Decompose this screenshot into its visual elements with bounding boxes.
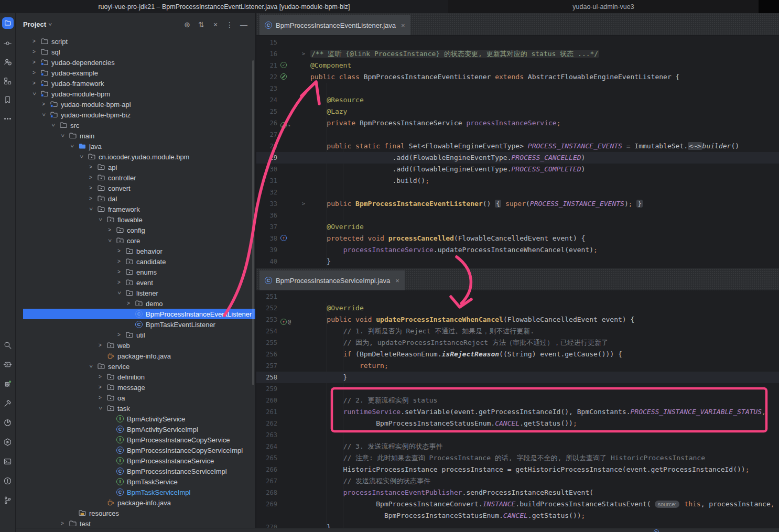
- tree-item-package-info-java[interactable]: package-info.java: [16, 351, 255, 361]
- chevron-icon[interactable]: >: [96, 382, 104, 393]
- structure-icon[interactable]: [3, 76, 13, 85]
- code-line-21[interactable]: 21✓@Component: [256, 60, 779, 71]
- spring-bean-icon[interactable]: [280, 73, 287, 80]
- chevron-icon[interactable]: >: [95, 216, 105, 223]
- code-line-256[interactable]: 256 if (BpmDeleteReasonEnum.isRejectReas…: [256, 349, 779, 360]
- code-line-261[interactable]: 261 runtimeService.setVariable(event.get…: [256, 406, 779, 418]
- terminal-icon[interactable]: [3, 457, 13, 466]
- close-icon[interactable]: ×: [395, 277, 399, 285]
- debug-icon[interactable]: [3, 379, 13, 388]
- code-line-36[interactable]: 36: [256, 210, 779, 221]
- tree-item-config[interactable]: >config: [16, 225, 255, 235]
- code-line-37[interactable]: 37 @Override: [256, 221, 779, 233]
- overrides-method-icon[interactable]: ↑: [280, 235, 287, 241]
- tree-item-yudao-module-bpm[interactable]: >yudao-module-bpm: [16, 89, 255, 99]
- code-line-254[interactable]: 254 // 1. 判断是否为 Reject 不通过。如果是，则不进行更新.: [256, 325, 779, 337]
- pull-requests-icon[interactable]: ?: [3, 57, 13, 67]
- code-line-263[interactable]: 263: [256, 429, 779, 441]
- tree-item-bpmprocessinstancecopyserviceimpl[interactable]: CBpmProcessInstanceCopyServiceImpl: [16, 445, 255, 455]
- code-line-30[interactable]: 30 .add(FlowableEngineEventType.PROCESS_…: [256, 164, 779, 175]
- tree-item-bpmprocessinstanceserviceimpl[interactable]: CBpmProcessInstanceServiceImpl: [16, 466, 255, 476]
- tree-item-bpmprocessinstanceservice[interactable]: IBpmProcessInstanceService: [16, 455, 255, 466]
- run-icon[interactable]: [3, 360, 13, 369]
- code-line-267[interactable]: 267 // 发送流程实例的状态事件: [256, 475, 779, 487]
- chevron-icon[interactable]: >: [106, 225, 113, 235]
- fold-marker-icon[interactable]: >: [302, 198, 305, 210]
- tree-item-script[interactable]: >script: [16, 36, 255, 47]
- project-scrollbar[interactable]: [252, 60, 254, 385]
- search-icon[interactable]: [3, 340, 13, 350]
- chevron-icon[interactable]: >: [76, 153, 86, 160]
- chevron-icon[interactable]: >: [115, 246, 123, 256]
- collapse-all-icon[interactable]: ×: [211, 20, 220, 29]
- tree-item-controller[interactable]: >controller: [16, 172, 255, 183]
- tree-item-dal[interactable]: >dal: [16, 193, 255, 204]
- chevron-icon[interactable]: >: [48, 122, 58, 129]
- chevron-icon[interactable]: >: [30, 68, 38, 78]
- tree-item-bpmtaskeventlistener[interactable]: CBpmTaskEventListener: [16, 319, 255, 330]
- code-line-268[interactable]: 268 processInstanceEventPublisher.sendPr…: [256, 487, 779, 498]
- tree-item-bpmprocessinstanceeventlistener[interactable]: CBpmProcessInstanceEventListener: [16, 309, 255, 319]
- spring-bean-check-icon[interactable]: ✓: [280, 62, 287, 68]
- code-line-23[interactable]: 23: [256, 83, 779, 94]
- fold-marker-icon[interactable]: >: [302, 48, 305, 60]
- chevron-icon[interactable]: >: [87, 193, 94, 204]
- code-line-24[interactable]: 24 @Resource: [256, 94, 779, 106]
- version-control-icon[interactable]: [3, 495, 13, 505]
- tree-item-bpmtaskserviceimpl[interactable]: CBpmTaskServiceImpl: [16, 487, 255, 497]
- code-line-31[interactable]: 31 .build();: [256, 175, 779, 187]
- chevron-icon[interactable]: >: [115, 267, 123, 277]
- tree-item-web[interactable]: >web: [16, 340, 255, 351]
- tree-item-yudao-example[interactable]: >yudao-example: [16, 68, 255, 78]
- code-line-262[interactable]: 262 BpmProcessInstanceStatusEnum.CANCEL.…: [256, 418, 779, 429]
- tree-item-yudao-dependencies[interactable]: >yudao-dependencies: [16, 57, 255, 68]
- tree-item-util[interactable]: >util: [16, 330, 255, 340]
- chevron-icon[interactable]: >: [114, 289, 124, 297]
- chevron-icon[interactable]: >: [87, 162, 94, 172]
- tree-item-bpmtaskservice[interactable]: IBpmTaskService: [16, 476, 255, 487]
- tab-bpmprocessinstanceserviceimpl[interactable]: C BpmProcessInstanceServiceImpl.java ×: [259, 270, 405, 290]
- code-line-258[interactable]: 258 }: [256, 372, 779, 383]
- commit-icon[interactable]: [3, 38, 13, 48]
- tree-item-flowable[interactable]: >flowable: [16, 214, 255, 225]
- code-line-22[interactable]: 22public class BpmProcessInstanceEventLi…: [256, 71, 779, 83]
- code-line-251[interactable]: 251: [256, 291, 779, 302]
- chevron-icon[interactable]: >: [30, 47, 38, 57]
- tree-item-test[interactable]: >test: [16, 518, 255, 528]
- code-line-266[interactable]: 266 HistoricProcessInstance processInsta…: [256, 464, 779, 475]
- code-line-269[interactable]: 269 BpmProcessInstanceConvert.INSTANCE.b…: [256, 498, 779, 510]
- code-line-265[interactable]: 265 // 注意: 此时如果去查询 ProcessInstance 的话, 字…: [256, 452, 779, 464]
- chevron-icon[interactable]: >: [115, 256, 123, 267]
- tree-item-task[interactable]: >task: [16, 403, 255, 414]
- chevron-icon[interactable]: >: [40, 99, 47, 110]
- tree-item-framework[interactable]: >framework: [16, 204, 255, 214]
- tree-item-java[interactable]: >java: [16, 141, 255, 151]
- code-line-38[interactable]: 38↑ protected void processCancelled(Flow…: [256, 233, 779, 244]
- tree-item-package-info-java[interactable]: package-info.java: [16, 497, 255, 508]
- tree-item-event[interactable]: >event: [16, 277, 255, 288]
- chevron-icon[interactable]: >: [29, 90, 39, 97]
- code-line-28[interactable]: 28 public static final Set<FlowableEngin…: [256, 140, 779, 152]
- chevron-icon[interactable]: >: [115, 277, 123, 288]
- tree-item-yudao-framework[interactable]: >yudao-framework: [16, 78, 255, 89]
- project-panel-title[interactable]: Project: [23, 20, 46, 28]
- tree-item-behavior[interactable]: >behavior: [16, 246, 255, 256]
- chevron-icon[interactable]: >: [85, 363, 96, 370]
- code-line-27[interactable]: 27: [256, 129, 779, 140]
- chevron-icon[interactable]: >: [85, 205, 96, 213]
- chevron-icon[interactable]: >: [57, 132, 68, 139]
- code-line-253[interactable]: 253↑@ public void updateProcessInstanceW…: [256, 314, 779, 325]
- tree-item-core[interactable]: >core: [16, 235, 255, 246]
- tree-item-yudao-module-bpm-biz[interactable]: >yudao-module-bpm-biz: [16, 110, 255, 120]
- locate-file-icon[interactable]: ⊕: [183, 20, 191, 29]
- close-icon[interactable]: ×: [401, 21, 405, 29]
- tree-item-src[interactable]: >src: [16, 120, 255, 131]
- chevron-icon[interactable]: >: [115, 330, 123, 340]
- tree-item-resources[interactable]: resources: [16, 508, 255, 518]
- tree-item-oa[interactable]: >oa: [16, 393, 255, 403]
- tree-item-definition[interactable]: >definition: [16, 372, 255, 382]
- code-line-15[interactable]: 15: [256, 37, 779, 48]
- tree-item-demo[interactable]: >demo: [16, 298, 255, 309]
- tree-item-candidate[interactable]: >candidate: [16, 256, 255, 267]
- editor-bottom-body[interactable]: 251252 @Override253↑@ public void update…: [256, 291, 779, 532]
